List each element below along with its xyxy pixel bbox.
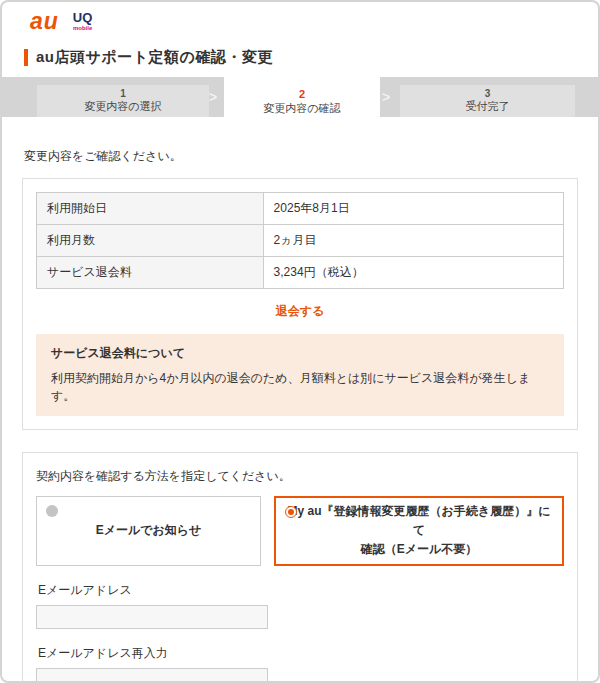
title-row: au店頭サポート定額の確認・変更 — [24, 46, 598, 68]
step-tab-3: 3 受付完了 — [400, 85, 575, 117]
step-label: 変更内容の選択 — [84, 100, 161, 114]
option-label: Eメールでお知らせ — [96, 521, 202, 540]
email-input[interactable] — [36, 605, 268, 629]
row-label: サービス退会料 — [37, 257, 264, 289]
withdraw-link[interactable]: 退会する — [36, 303, 564, 320]
email-confirm-field-label: Eメールアドレス再入力 — [38, 645, 564, 662]
summary-box: 利用開始日 2025年8月1日 利用月数 2ヵ月目 サービス退会料 3,234円… — [22, 178, 578, 430]
withdrawal-fee-notice-box: サービス退会料について 利用契約開始月から4か月以内の退会のため、月額料とは別に… — [36, 334, 564, 416]
row-label: 利用開始日 — [37, 193, 264, 225]
option-email-notify[interactable]: Eメールでお知らせ — [36, 496, 261, 566]
step-tab-1: 1 変更内容の選択 — [37, 85, 209, 117]
confirm-method-options: Eメールでお知らせ My au『登録情報変更履歴（お手続き履歴）』にて 確認（E… — [36, 496, 564, 566]
confirm-method-box: 契約内容を確認する方法を指定してください。 Eメールでお知らせ My au『登録… — [22, 452, 578, 683]
step-number: 3 — [485, 88, 491, 101]
title-accent-bar — [24, 49, 28, 66]
uq-mobile-logo: UQ mobile — [73, 11, 93, 31]
row-value-price: 3,234円（税込） — [263, 257, 563, 289]
lead-text: 変更内容をご確認ください。 — [24, 148, 578, 165]
confirm-method-label: 契約内容を確認する方法を指定してください。 — [36, 468, 564, 485]
uq-logo-text: UQ — [73, 11, 93, 24]
chevron-right-icon: > — [382, 90, 390, 104]
step-number: 2 — [299, 88, 305, 102]
step-number: 1 — [120, 88, 126, 101]
header: au UQ mobile — [2, 2, 598, 36]
page-frame: au UQ mobile au店頭サポート定額の確認・変更 1 変更内容の選択 … — [0, 0, 600, 683]
option-label-line1: My au『登録情報変更履歴（お手続き履歴）』にて — [286, 502, 552, 540]
step-tab-2-active: 2 変更内容の確認 — [224, 77, 380, 126]
table-row: サービス退会料 3,234円（税込） — [37, 257, 564, 289]
step-label: 受付完了 — [466, 100, 510, 114]
summary-table: 利用開始日 2025年8月1日 利用月数 2ヵ月目 サービス退会料 3,234円… — [36, 192, 564, 289]
uq-mobile-subtext: mobile — [73, 25, 92, 31]
table-row: 利用開始日 2025年8月1日 — [37, 193, 564, 225]
au-logo: au — [30, 10, 59, 33]
option-label-line2: 確認（Eメール不要） — [361, 540, 478, 559]
step-label: 変更内容の確認 — [263, 102, 340, 116]
notice-body: 利用契約開始月から4か月以内の退会のため、月額料とは別にサービス退会料が発生しま… — [51, 369, 549, 405]
email-confirm-input[interactable] — [36, 668, 268, 683]
radio-checked-icon[interactable] — [285, 506, 297, 518]
row-value: 2ヵ月目 — [263, 225, 563, 257]
email-field-label: Eメールアドレス — [38, 582, 564, 599]
page-title: au店頭サポート定額の確認・変更 — [36, 48, 273, 67]
notice-title: サービス退会料について — [51, 345, 549, 362]
chevron-right-icon: > — [209, 90, 217, 104]
table-row: 利用月数 2ヵ月目 — [37, 225, 564, 257]
main-content: 変更内容をご確認ください。 利用開始日 2025年8月1日 利用月数 2ヵ月目 … — [2, 148, 598, 683]
row-value: 2025年8月1日 — [263, 193, 563, 225]
row-label: 利用月数 — [37, 225, 264, 257]
option-myau-history-selected[interactable]: My au『登録情報変更履歴（お手続き履歴）』にて 確認（Eメール不要） — [274, 496, 564, 566]
step-progress-bar: 1 変更内容の選択 > 2 変更内容の確認 > 3 受付完了 — [2, 77, 598, 126]
radio-unchecked-icon[interactable] — [46, 505, 58, 517]
